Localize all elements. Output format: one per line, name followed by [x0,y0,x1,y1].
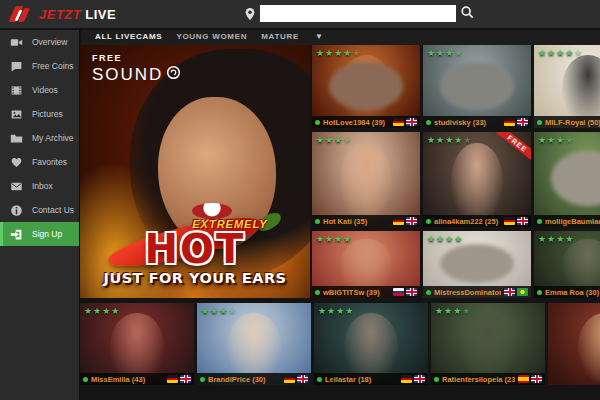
censor-blur [551,151,600,206]
cam-model-silhouette [340,143,392,223]
cam-model-silhouette [578,313,600,382]
cam-tile[interactable] [548,303,600,385]
cam-tile[interactable]: ★★★★ MissEmilia (43) [80,303,194,385]
gb-flag-icon [517,118,528,126]
flag-list [393,217,417,225]
de-flag-icon [401,375,412,383]
sidebar-item-overview[interactable]: Overview [0,30,79,54]
sidebar-item-pictures[interactable]: Pictures [0,102,79,126]
sidebar-item-label: Favorites [32,157,67,167]
cam-tile[interactable]: ★★★★ BrandiPrice (30) [197,303,311,385]
sidebar-item-label: Videos [32,85,58,95]
search-button[interactable] [458,5,476,22]
cam-model-silhouette [344,313,399,382]
de-flag-icon [393,217,404,225]
gb-flag-icon [406,118,417,126]
sidebar-item-sign-up[interactable]: Sign Up [0,222,79,246]
tile-name: BrandiPrice (30) [208,375,281,384]
top-bar: JETZT LIVE [0,0,600,30]
sidebar-item-label: Free Coins [32,61,74,71]
cam-tile[interactable]: ★★★★ Leilastar (18) [314,303,428,385]
jetztlive-logo[interactable]: JETZT LIVE [8,4,116,24]
online-dot [426,290,431,295]
cam-tile[interactable]: ★★★★★ FREE alina4kam222 (25) [423,132,531,227]
tile-name: alina4kam222 (25) [434,217,501,226]
star-rating: ★★★★ [538,234,574,244]
star-rating: ★★★★★ [538,48,583,58]
sidebar-item-label: Inbox [32,181,53,191]
censor-blur [440,244,513,283]
flag-list [284,375,308,383]
sidebar-item-free-coins[interactable]: Free Coins [0,54,79,78]
tab-all-livecams[interactable]: ALL LIVECAMS [95,32,162,41]
video-camera-icon [10,36,23,49]
envelope-icon [10,180,23,193]
cam-tile[interactable]: ★★★★ wBIGTITSw (39) [312,231,420,298]
chat-bubble-icon [10,60,23,73]
online-dot [426,219,431,224]
online-dot [315,219,320,224]
de-flag-icon [393,118,404,126]
sidebar-item-contact-us[interactable]: Contact Us [0,198,79,222]
tile-name: Hot Kati (35) [323,217,390,226]
censor-blur [329,62,402,110]
cam-tile[interactable]: ★★★★ Ratientersilopeia (23) [431,303,545,385]
de-flag-icon [284,375,295,383]
tile-name-bar: Leilastar (18) [314,373,428,385]
heart-icon [10,156,23,169]
sidebar-item-label: Overview [32,37,67,47]
online-dot [83,377,88,382]
cam-tile[interactable]: ★★★★ molligeBaumlader (43) [534,132,600,227]
cam-tile[interactable]: ★★★★ Emma Roa (30) [534,231,600,298]
tile-name: HotLove1984 (39) [323,118,390,127]
cam-model-silhouette [110,313,165,382]
gb-flag-icon [414,375,425,383]
tile-name-bar: BrandiPrice (30) [197,373,311,385]
film-icon [10,84,23,97]
search-input[interactable] [260,7,456,24]
cam-tile[interactable]: ★★★★ MistressDominator (47) [423,231,531,298]
online-dot [200,377,205,382]
star-rating: ★★★★ [427,234,463,244]
star-rating: ★★★★ [84,306,120,316]
folder-icon [10,132,23,145]
flag-list [504,118,528,126]
picture-icon [10,108,23,121]
tile-name: wBIGTITSw (39) [323,288,390,297]
sidebar-item-videos[interactable]: Videos [0,78,79,102]
gb-flag-icon [504,288,515,296]
sidebar-item-label: Pictures [32,109,63,119]
tile-name-bar: Emma Roa (30) [534,286,600,298]
tile-name-bar: MissEmilia (43) [80,373,194,385]
free-sound-promo-banner[interactable]: FREE SOUND EXTREMELY HOT JUST FOR YOUR E… [80,45,310,298]
jetztlive-app: JETZT LIVE Overview Free Coins Videos Pi… [0,0,600,400]
cam-tile[interactable]: ★★★★ Hot Kati (35) [312,132,420,227]
cam-tile[interactable]: ★★★★ studivisky (33) [423,45,531,128]
star-rating: ★★★★ [201,306,237,316]
sidebar-item-label: Contact Us [32,205,74,215]
tile-name-bar: Hot Kati (35) [312,215,420,227]
star-rating: ★★★★★ [427,135,472,145]
tab-mature[interactable]: MATURE [261,32,299,41]
speaker-swirl-icon [166,65,181,83]
flag-list [401,375,425,383]
tile-name: MissEmilia (43) [91,375,164,384]
star-rating: ★★★★★ [316,48,361,58]
de-flag-icon [504,118,515,126]
sidebar-item-inbox[interactable]: Inbox [0,174,79,198]
sidebar-item-my-archive[interactable]: My Archive [0,126,79,150]
tab-young-women[interactable]: YOUNG WOMEN [176,32,247,41]
search-box [260,5,456,22]
br-flag-icon [517,288,528,296]
cam-tile[interactable]: ★★★★★ MILF-Royal (50) [534,45,600,128]
tile-name: molligeBaumlader (43) [545,217,600,226]
online-dot [426,120,431,125]
star-rating: ★★★★ [435,306,471,316]
sidebar-item-label: Sign Up [32,229,62,239]
category-dropdown-caret[interactable]: ▼ [315,32,323,41]
sidebar-item-favorites[interactable]: Favorites [0,150,79,174]
cam-tile[interactable]: ★★★★★ HotLove1984 (39) [312,45,420,128]
location-pin-icon[interactable] [243,6,257,22]
sign-in-icon [10,228,23,241]
cam-grid-bottom-row: ★★★★ MissEmilia (43) ★★★★ BrandiPrice (3… [80,303,600,385]
